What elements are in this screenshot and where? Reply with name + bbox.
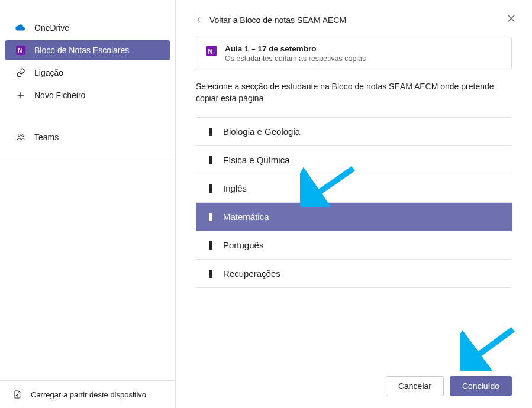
svg-point-2 (18, 134, 20, 137)
sidebar-item-label: Bloco de Notas Escolares (34, 46, 129, 55)
sidebar: OneDrive N Bloco de Notas Escolares Liga… (0, 0, 176, 408)
close-button[interactable] (507, 14, 515, 24)
section-label: Inglês (223, 183, 247, 193)
sidebar-item-class-notebook[interactable]: N Bloco de Notas Escolares (5, 40, 170, 60)
onenote-icon: N (206, 46, 217, 56)
section-item-ingles[interactable]: Inglês (196, 174, 512, 203)
section-list: Biologia e Geologia Física e Química Ing… (196, 117, 512, 288)
svg-text:N: N (208, 48, 212, 55)
svg-point-3 (22, 135, 24, 137)
section-marker-icon (209, 241, 212, 250)
sidebar-item-onedrive[interactable]: OneDrive (5, 18, 170, 38)
sidebar-item-teams[interactable]: Teams (5, 127, 170, 147)
sidebar-item-label: Novo Ficheiro (34, 90, 85, 100)
chevron-left-icon (196, 15, 202, 25)
section-marker-icon (209, 213, 212, 221)
section-marker-icon (209, 184, 212, 193)
sidebar-item-new-file[interactable]: Novo Ficheiro (5, 85, 170, 105)
onenote-icon: N (15, 45, 26, 56)
dialog-footer: Cancelar Concluído (196, 364, 512, 396)
upload-label: Carregar a partir deste dispositivo (31, 390, 146, 399)
svg-line-9 (470, 329, 513, 361)
section-label: Recuperações (223, 268, 280, 279)
main: Voltar a Bloco de notas SEAM AECM N Aula… (176, 0, 532, 408)
plus-icon (15, 90, 26, 101)
sidebar-item-label: OneDrive (34, 23, 69, 33)
back-label: Voltar a Bloco de notas SEAM AECM (209, 15, 346, 25)
note-subtitle: Os estudantes editam as respetivas cópia… (225, 54, 366, 63)
section-label: Português (223, 240, 263, 250)
link-icon (15, 67, 26, 78)
section-marker-icon (209, 128, 212, 136)
sidebar-item-label: Teams (34, 132, 59, 142)
instruction-text: Selecione a secção de estudante na Bloco… (196, 81, 512, 104)
section-item-biologia[interactable]: Biologia e Geologia (196, 118, 512, 146)
divider (0, 116, 175, 116)
note-card: N Aula 1 – 17 de setembro Os estudantes … (196, 37, 512, 70)
done-button[interactable]: Concluído (450, 376, 512, 396)
back-link[interactable]: Voltar a Bloco de notas SEAM AECM (196, 15, 512, 25)
section-marker-icon (209, 270, 212, 278)
section-item-fisica[interactable]: Física e Química (196, 146, 512, 174)
section-label: Biologia e Geologia (223, 127, 300, 137)
section-item-portugues[interactable]: Português (196, 231, 512, 260)
divider (0, 158, 175, 158)
note-title: Aula 1 – 17 de setembro (225, 44, 366, 53)
section-label: Matemática (223, 212, 269, 222)
section-item-recuperacoes[interactable]: Recuperações (196, 260, 512, 288)
upload-from-device[interactable]: Carregar a partir deste dispositivo (0, 380, 175, 408)
upload-icon (12, 389, 22, 400)
sidebar-item-link[interactable]: Ligação (5, 63, 170, 83)
teams-icon (15, 132, 26, 143)
section-item-matematica[interactable]: Matemática (196, 203, 512, 231)
section-label: Física e Química (223, 155, 290, 165)
cancel-button[interactable]: Cancelar (386, 376, 444, 396)
onedrive-icon (15, 22, 26, 33)
sidebar-item-label: Ligação (34, 68, 63, 77)
svg-text:N: N (18, 47, 22, 54)
section-marker-icon (209, 156, 212, 164)
